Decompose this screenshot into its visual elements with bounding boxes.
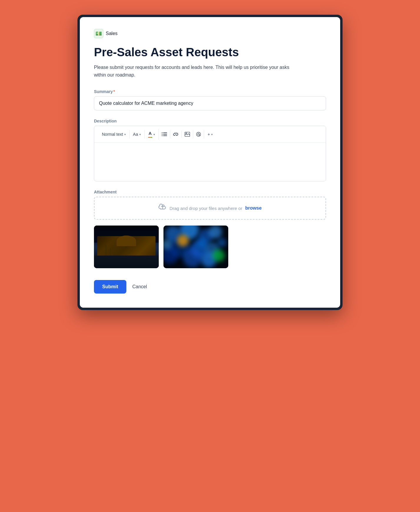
svg-point-7 bbox=[186, 133, 187, 134]
description-field-group: Description Normal text ▾ Aa ▾ A bbox=[94, 119, 326, 181]
svg-rect-3 bbox=[163, 134, 167, 135]
editor-content[interactable] bbox=[94, 143, 326, 181]
list-button[interactable] bbox=[159, 130, 170, 138]
attachment-thumbnail-2[interactable] bbox=[163, 226, 228, 268]
app-name: Sales bbox=[106, 31, 118, 36]
mention-button[interactable] bbox=[193, 130, 204, 138]
summary-label: Summary * bbox=[94, 89, 326, 94]
svg-rect-1 bbox=[163, 132, 167, 133]
font-size-dropdown[interactable]: Aa ▾ bbox=[130, 130, 145, 138]
image-icon bbox=[185, 132, 190, 137]
cancel-button[interactable]: Cancel bbox=[132, 284, 147, 289]
page-description: Please submit your requests for accounts… bbox=[94, 64, 294, 79]
color-icon: A bbox=[148, 131, 152, 138]
file-dropzone[interactable]: Drag and drop your files anywhere or bro… bbox=[94, 197, 326, 220]
editor-toolbar: Normal text ▾ Aa ▾ A ▾ bbox=[94, 126, 326, 143]
svg-rect-5 bbox=[163, 135, 167, 136]
attachment-label: Attachment bbox=[94, 190, 326, 194]
outer-wrapper: 💵 Sales Pre-Sales Asset Requests Please … bbox=[77, 15, 343, 310]
upload-icon bbox=[158, 204, 167, 213]
attachment-section: Attachment Drag and drop your files anyw… bbox=[94, 190, 326, 268]
description-editor: Normal text ▾ Aa ▾ A ▾ bbox=[94, 126, 326, 181]
attachment-thumbnail-1[interactable] bbox=[94, 226, 159, 268]
form-actions: Submit Cancel bbox=[94, 280, 326, 294]
text-color-dropdown[interactable]: A ▾ bbox=[145, 129, 159, 140]
link-button[interactable] bbox=[170, 131, 182, 138]
dropzone-text: Drag and drop your files anywhere or bbox=[170, 206, 242, 211]
font-label: Aa bbox=[133, 132, 138, 137]
page-title: Pre-Sales Asset Requests bbox=[94, 45, 326, 59]
font-chevron: ▾ bbox=[139, 133, 141, 136]
app-icon: 💵 bbox=[94, 29, 103, 38]
color-chevron: ▾ bbox=[153, 133, 155, 136]
summary-input[interactable] bbox=[94, 96, 326, 110]
text-style-label: Normal text bbox=[102, 132, 123, 137]
bokeh-image bbox=[163, 226, 228, 268]
text-style-chevron: ▾ bbox=[124, 133, 126, 136]
list-icon bbox=[162, 132, 167, 136]
svg-rect-4 bbox=[162, 135, 163, 136]
svg-point-9 bbox=[198, 133, 199, 135]
attachments-grid bbox=[94, 226, 326, 268]
link-icon bbox=[173, 132, 178, 136]
browse-link[interactable]: browse bbox=[245, 206, 262, 211]
more-label: + bbox=[208, 132, 210, 137]
text-style-dropdown[interactable]: Normal text ▾ bbox=[98, 130, 130, 138]
form-card: 💵 Sales Pre-Sales Asset Requests Please … bbox=[80, 17, 340, 308]
more-options-dropdown[interactable]: + ▾ bbox=[204, 130, 216, 138]
image-button[interactable] bbox=[182, 130, 193, 138]
harbor-image bbox=[94, 226, 159, 268]
svg-rect-0 bbox=[162, 132, 163, 133]
required-indicator: * bbox=[113, 89, 115, 94]
mention-icon bbox=[196, 132, 201, 137]
summary-field-group: Summary * bbox=[94, 89, 326, 110]
app-badge: 💵 Sales bbox=[94, 29, 326, 38]
description-label: Description bbox=[94, 119, 326, 123]
more-chevron: ▾ bbox=[211, 133, 213, 136]
submit-button[interactable]: Submit bbox=[94, 280, 126, 294]
svg-rect-2 bbox=[162, 134, 163, 135]
